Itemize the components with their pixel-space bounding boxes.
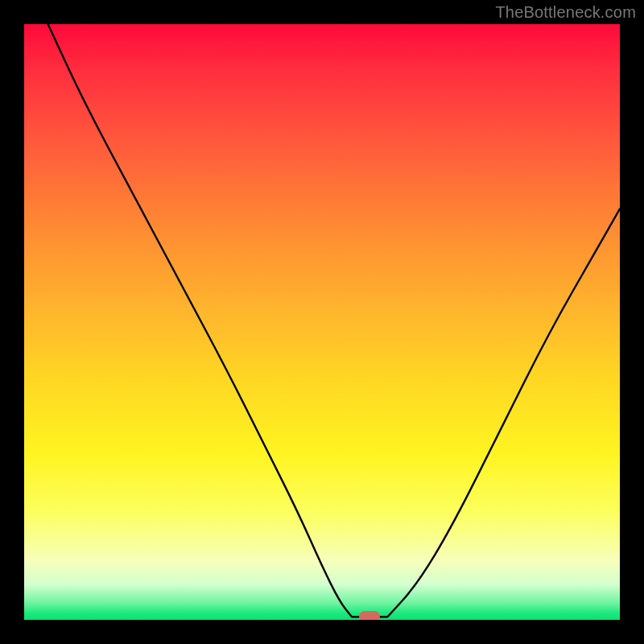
optimal-marker [359,611,380,620]
attribution-text: TheBottleneck.com [495,3,636,22]
plot-area [24,24,620,620]
bottleneck-curve [24,24,620,620]
curve-path [48,24,620,617]
chart-frame: TheBottleneck.com [0,0,644,644]
